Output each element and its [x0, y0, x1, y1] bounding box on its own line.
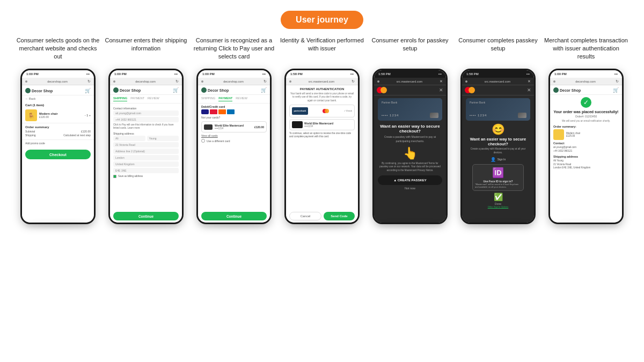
ctp-notice: Click to Pay will use this information t… — [113, 123, 179, 130]
other-signin-link[interactable]: Other Sign In Options — [488, 205, 508, 208]
tab-payment[interactable]: PAYMENT — [130, 97, 144, 101]
cancel-button[interactable]: Cancel — [289, 212, 321, 220]
item-price-7: £125.00 — [566, 135, 580, 137]
tab-shipping-3[interactable]: SHIPPING — [201, 97, 215, 101]
step-7-label: Merchant completes transaction with issu… — [544, 36, 628, 64]
success-check: ✓ — [581, 97, 591, 108]
shop-header-7: Decor Shop 🛒 — [550, 85, 622, 95]
not-now-link[interactable]: Not now — [405, 187, 415, 190]
back-button[interactable]: ← Back — [22, 95, 94, 102]
view-all-cards[interactable]: View all cards — [201, 134, 267, 137]
card-logo-dark — [292, 121, 303, 128]
diff-card-label: Use a different card — [207, 139, 230, 143]
card-display-6: Partner Bank •••• 1234 — [466, 98, 530, 121]
not-yours-link[interactable]: Not your cards? — [201, 116, 267, 119]
diff-card-radio[interactable] — [201, 139, 205, 143]
auth-card-row: partnerbank ✓ Check — [289, 105, 355, 117]
contact-label: Contact information — [113, 107, 179, 110]
send-code-button[interactable]: Send Code — [324, 212, 355, 220]
billing-label: Save as billing address — [118, 175, 143, 178]
shipping-label: Shipping — [25, 134, 35, 137]
cart-title: Cart (1 item) — [22, 102, 94, 108]
smiley-emoji: 😊 — [492, 123, 505, 136]
card-item[interactable]: World Elite Mastercard ••••1234 £120.00 — [201, 121, 267, 132]
tab-payment-3[interactable]: PAYMENT — [218, 97, 232, 101]
phone-field[interactable]: +44 1632 960121 — [113, 117, 179, 122]
city-field[interactable]: London — [113, 155, 179, 160]
tab-shipping[interactable]: SHIPPING — [113, 97, 127, 101]
shop-logo-2: Decor Shop — [113, 87, 141, 93]
browser-dot — [25, 80, 27, 83]
promo-code[interactable]: Add promo code — [22, 139, 94, 146]
passkey-title: Want an easier way to secure checkout? — [378, 124, 442, 134]
shipping-value: Calculated at next step — [63, 134, 91, 137]
step-1-label: Consumer selects goods on the merchant w… — [16, 36, 100, 64]
card-price: £120.00 — [254, 125, 264, 129]
card-num-auth: ••••1234 — [304, 125, 350, 128]
chair-thumbnail — [553, 129, 564, 140]
step-4: Identity & Verification performed with i… — [280, 36, 364, 224]
phone-3: 1:00 PM ▪▪▪ decorshop.com ↻ Decor Shop — [196, 69, 272, 224]
qty-control[interactable]: - 1 + — [85, 114, 91, 117]
summary-title: Order summary — [25, 125, 91, 129]
step-3-label: Consumer is recognized as a returning Cl… — [192, 36, 276, 64]
journey-container: Consumer selects goods on the merchant w… — [5, 36, 639, 224]
auth-desc: Your bank will send a one-time code to y… — [289, 92, 355, 102]
chair-image: 🪑 — [25, 109, 37, 121]
card-display-5: Partner Bank •••• 1234 — [378, 98, 442, 121]
bank-logo: partnerbank — [292, 107, 308, 115]
face-id-box[interactable]: 🆔 Use Face ID to sign in? "Mastercard" w… — [472, 164, 524, 191]
face-id-sub: "Mastercard" will be saved in iCloud Key… — [475, 183, 521, 188]
passkey-desc: Create a passkey with Mastercard to pay … — [378, 135, 442, 143]
step-5: Consumer enrols for passkey setup 1:58 P… — [368, 36, 452, 224]
postcode-field[interactable]: E4E 1NE — [113, 168, 179, 173]
continue-button-2[interactable]: Continue — [113, 212, 179, 220]
browser-url: decorshop.com — [29, 80, 86, 83]
passkey-title-6: Want an easier way to secure checkout? — [466, 137, 530, 146]
contact-phone: +44 1632 960121 — [553, 150, 619, 153]
phone-1: 1:00 PM ▪▪▪ decorshop.com ↻ Decor Shop — [20, 69, 96, 224]
phone-4: 1:58 PM ▪▪▪ src.mastercard.com ↻ PAYMENT… — [284, 69, 360, 224]
face-scan-icon: 🆔 — [492, 167, 504, 179]
address2-field[interactable]: Address line 2 (Optional) — [113, 149, 179, 154]
auth-instruction: To continue, select an option to receive… — [289, 132, 355, 139]
mc-logo-6 — [465, 87, 475, 93]
first-name-field[interactable]: Ali — [113, 136, 145, 141]
billing-checkbox[interactable] — [113, 175, 116, 178]
step-2-label: Consumer enters their shipping informati… — [104, 36, 188, 64]
shipping-section: Shipping address Ali Young 21 Victoria R… — [553, 155, 619, 170]
auth-title: PAYMENT AUTHENTICATION — [289, 87, 355, 91]
cart-item: 🪑 Modern chair £120.00 - 1 + — [22, 108, 94, 123]
selected-card: World Elite Mastercard ••••1234 — [289, 119, 355, 130]
tab-review-3[interactable]: REVIEW — [236, 97, 247, 101]
contact-email: ali.young@gmail.com — [553, 146, 619, 150]
subtotal-value: £120.00 — [81, 130, 91, 133]
last-name-field[interactable]: Young — [147, 136, 179, 141]
step-2: Consumer enters their shipping informati… — [104, 36, 188, 224]
phone-7: 1:00 PM ▪▪▪ decorshop.com ↻ Decor Shop — [548, 69, 624, 224]
cart-icon[interactable]: 🛒 — [85, 88, 91, 93]
country-field[interactable]: United Kingdom — [113, 161, 179, 167]
phone-6: 1:58 PM ▪▪▪ src.mastercard.com ✕ — [460, 69, 536, 224]
mc-logo — [323, 109, 329, 113]
card-icons — [201, 109, 267, 114]
continue-button-3[interactable]: Continue — [201, 212, 267, 220]
status-time: 1:00 PM — [26, 72, 39, 76]
done-icon: ✅ — [494, 193, 503, 201]
email-note: We will send you an email notification s… — [553, 120, 619, 123]
phone-2: 1:00 PM ▪▪▪ decorshop.com ↻ Decor Shop — [108, 69, 184, 224]
diff-card-option[interactable]: Use a different card — [201, 139, 267, 143]
step-7: Merchant completes transaction with issu… — [544, 36, 628, 224]
card-logo — [204, 124, 213, 130]
create-passkey-button[interactable]: ▲ CREATE PASSKEY — [378, 175, 442, 185]
email-field[interactable]: ali.young@gmail.com — [113, 110, 179, 116]
tab-review[interactable]: REVIEW — [148, 97, 159, 101]
success-title: Your order was placed successfully! — [553, 110, 619, 114]
passkey-info: By continuing, you agree to the Masterca… — [378, 162, 442, 172]
sign-in-row: 👤 Sign In — [491, 157, 506, 162]
step-6-label: Consumer completes passkey setup — [456, 36, 540, 64]
checkout-button[interactable]: Checkout — [25, 150, 91, 159]
step-1: Consumer selects goods on the merchant w… — [16, 36, 100, 224]
order-item: Modern chair £125.00 — [553, 129, 619, 140]
street-field[interactable]: 21 Victoria Road — [113, 142, 179, 147]
